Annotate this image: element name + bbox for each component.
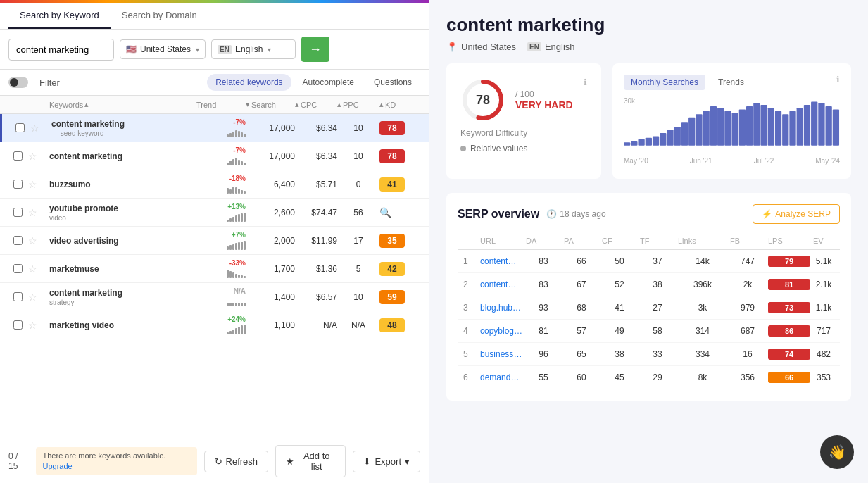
col-search[interactable]: ▾ Search bbox=[246, 100, 295, 109]
bar-chart-bar bbox=[753, 104, 760, 146]
row-checkbox[interactable] bbox=[7, 264, 28, 273]
serp-row-url[interactable]: demandmetric.c... bbox=[480, 372, 523, 382]
bar-chart-bar bbox=[717, 108, 724, 145]
table-row[interactable]: ☆ content marketing -7% 17,000 $6.34 10 … bbox=[0, 142, 429, 170]
chart-info-icon[interactable]: ℹ bbox=[836, 75, 840, 84]
row-check-input[interactable] bbox=[13, 292, 23, 301]
serp-row-url[interactable]: business.adobe.... bbox=[480, 349, 523, 359]
trend-pct: -7% bbox=[233, 118, 246, 126]
serp-row-tf: 29 bbox=[640, 372, 675, 382]
row-check-input[interactable] bbox=[15, 123, 25, 132]
row-star[interactable]: ☆ bbox=[28, 151, 49, 162]
table-row[interactable]: ☆ marketing video +24% 1,100 N/A N/A 48 bbox=[0, 311, 429, 339]
row-check-input[interactable] bbox=[13, 180, 23, 189]
col-keywords[interactable]: Keywords ▴ bbox=[49, 100, 196, 109]
table-row[interactable]: ☆ video advertising +7% 2,000 $11.99 17 … bbox=[0, 227, 429, 255]
table-row[interactable]: ☆ content marketing — seed keyword -7% 1… bbox=[0, 114, 429, 142]
row-check-input[interactable] bbox=[13, 208, 23, 217]
info-icon[interactable]: ℹ bbox=[584, 77, 587, 87]
row-check-input[interactable] bbox=[13, 236, 23, 245]
col-lps: LPS bbox=[768, 237, 810, 245]
filter-toggle[interactable] bbox=[8, 77, 28, 88]
chart-xaxis: May '20 Jun '21 Jul '22 May '24 bbox=[624, 157, 840, 165]
row-keyword-cell: buzzsumo bbox=[49, 180, 196, 189]
tab-monthly-searches[interactable]: Monthly Searches bbox=[624, 75, 705, 90]
tab-search-keyword[interactable]: Search by Keyword bbox=[8, 3, 111, 29]
table-row[interactable]: ☆ buzzsumo -18% 6,400 $5.71 0 41 bbox=[0, 170, 429, 199]
go-button[interactable]: → bbox=[301, 37, 329, 62]
row-star[interactable]: ☆ bbox=[28, 291, 49, 303]
row-keyword-name: marketmuse bbox=[49, 264, 196, 274]
tab-autocomplete[interactable]: Autocomplete bbox=[294, 74, 363, 91]
row-kd: 35 bbox=[379, 234, 422, 248]
row-star[interactable]: ☆ bbox=[28, 235, 49, 246]
col-trend[interactable]: Trend bbox=[196, 101, 246, 109]
table-row[interactable]: ☆ content marketing strategy N/A 1,400 $… bbox=[0, 283, 429, 311]
serp-table-row[interactable]: 1 contentmarketin... 83 66 50 37 14k 747… bbox=[458, 250, 840, 273]
row-checkbox[interactable] bbox=[7, 180, 28, 189]
row-star[interactable]: ☆ bbox=[28, 320, 49, 331]
export-button[interactable]: ⬇ Export ▾ bbox=[353, 451, 420, 472]
lang-select[interactable]: EN English ▾ bbox=[211, 39, 296, 59]
row-check-input[interactable] bbox=[13, 320, 23, 330]
serp-table-row[interactable]: 2 contentmarketin... 83 67 52 38 396k 2k… bbox=[458, 273, 840, 296]
tab-related[interactable]: Related keywords bbox=[207, 74, 291, 91]
serp-row-url[interactable]: contentmarketin... bbox=[480, 280, 523, 289]
table-row[interactable]: ☆ youtube promote video +13% 2,600 $74.4… bbox=[0, 199, 429, 227]
refresh-button[interactable]: ↻ Refresh bbox=[204, 451, 269, 472]
row-checkbox[interactable] bbox=[7, 151, 28, 161]
row-trend: +13% bbox=[196, 203, 246, 222]
trend-pct: -7% bbox=[233, 146, 246, 154]
bar-chart-bar bbox=[710, 106, 717, 146]
row-checkbox[interactable] bbox=[7, 208, 28, 217]
serp-table-row[interactable]: 6 demandmetric.c... 55 60 45 29 8k 356 6… bbox=[458, 366, 840, 389]
location-pin-icon: 📍 bbox=[446, 42, 458, 52]
serp-row-url[interactable]: copyblogger.co... bbox=[480, 326, 523, 336]
meta-country-label: United States bbox=[461, 42, 516, 52]
serp-row-fb: 747 bbox=[730, 256, 765, 266]
row-star[interactable]: ☆ bbox=[28, 207, 49, 218]
row-checkbox[interactable] bbox=[7, 236, 28, 245]
row-checkbox[interactable] bbox=[9, 123, 30, 132]
chat-fab[interactable]: 👋 bbox=[820, 435, 854, 469]
row-check-input[interactable] bbox=[13, 264, 23, 273]
chart-area: 30k May '20 Jun '21 Jul '22 May '24 bbox=[624, 97, 840, 168]
serp-row-links: 8k bbox=[678, 372, 727, 382]
row-keyword-name: youtube promote bbox=[49, 203, 196, 213]
trend-bars bbox=[227, 212, 246, 222]
serp-table-row[interactable]: 5 business.adobe.... 96 65 38 33 334 16 … bbox=[458, 343, 840, 366]
serp-row-url[interactable]: blog.hubspot.co... bbox=[480, 303, 523, 313]
row-check-input[interactable] bbox=[13, 151, 23, 161]
trend-pct: N/A bbox=[234, 287, 246, 295]
serp-table-row[interactable]: 3 blog.hubspot.co... 93 68 41 27 3k 979 … bbox=[458, 296, 840, 320]
row-cpc: $74.47 bbox=[295, 208, 337, 218]
serp-row-url[interactable]: contentmarketin... bbox=[480, 256, 523, 266]
row-search: 1,700 bbox=[246, 264, 295, 274]
keyword-input[interactable] bbox=[8, 39, 114, 61]
row-checkbox[interactable] bbox=[7, 292, 28, 301]
row-star[interactable]: ☆ bbox=[28, 263, 49, 275]
row-star[interactable]: ☆ bbox=[28, 179, 49, 190]
row-checkbox[interactable] bbox=[7, 320, 28, 330]
serp-row-pa: 60 bbox=[564, 372, 599, 382]
keyword-table-body: ☆ content marketing — seed keyword -7% 1… bbox=[0, 114, 429, 439]
col-kd[interactable]: ▴ KD bbox=[379, 100, 422, 109]
meta-lang-label: English bbox=[545, 42, 575, 52]
col-ppc[interactable]: ▴ PPC bbox=[337, 100, 379, 109]
tab-search-domain[interactable]: Search by Domain bbox=[111, 3, 208, 29]
tab-trends[interactable]: Trends bbox=[711, 75, 751, 90]
table-row[interactable]: ☆ marketmuse -33% 1,700 $1.36 5 42 bbox=[0, 255, 429, 283]
tab-questions[interactable]: Questions bbox=[365, 74, 420, 91]
bar-chart-bar bbox=[833, 110, 839, 146]
row-keyword-cell: youtube promote video bbox=[49, 203, 196, 222]
col-fb: FB bbox=[730, 237, 765, 245]
analyze-serp-button[interactable]: ⚡ Analyze SERP bbox=[753, 204, 840, 224]
country-select[interactable]: 🇺🇸 United States ▾ bbox=[120, 39, 206, 59]
upgrade-link[interactable]: Upgrade bbox=[43, 462, 73, 470]
col-cpc[interactable]: ▴ CPC bbox=[295, 100, 337, 109]
serp-table-row[interactable]: 4 copyblogger.co... 81 57 49 58 314 687 … bbox=[458, 320, 840, 343]
add-to-list-button[interactable]: ★ Add to list bbox=[275, 445, 346, 477]
row-star[interactable]: ☆ bbox=[30, 123, 51, 134]
serp-row-fb: 687 bbox=[730, 326, 765, 336]
serp-section: SERP overview 🕐 18 days ago ⚡ Analyze SE… bbox=[446, 193, 851, 401]
